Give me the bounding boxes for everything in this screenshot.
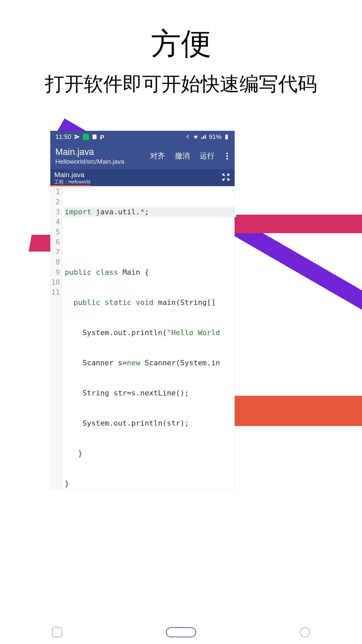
decorative-stripe (233, 215, 362, 233)
wifi-icon (193, 134, 199, 140)
toolbar-path: Helloworld/src/Main.java (55, 158, 150, 165)
battery-percent: 91% (209, 133, 222, 141)
tab-name: Main.java (54, 171, 221, 179)
app-toolbar: Main.java Helloworld/src/Main.java 对齐 撤消… (50, 143, 235, 169)
run-button[interactable]: 运行 (200, 151, 215, 161)
decorative-stripe (226, 396, 362, 426)
code-editor[interactable]: 1 2 3 4 5 6 7 8 9 10 11 import java.util… (50, 186, 235, 490)
tab-bar: Main.java 工程：Helloworld (50, 169, 235, 186)
signal-icon (201, 134, 207, 140)
battery-icon (224, 134, 230, 140)
nav-recent-icon[interactable] (52, 627, 62, 637)
p-icon: P (100, 134, 106, 140)
more-icon[interactable] (225, 153, 230, 160)
line-gutter: 1 2 3 4 5 6 7 8 9 10 11 (50, 186, 62, 490)
expand-icon[interactable] (221, 172, 231, 183)
system-nav (0, 624, 362, 641)
status-time: 11:50 (55, 133, 71, 141)
undo-button[interactable]: 撤消 (175, 151, 190, 161)
bluetooth-icon (185, 134, 191, 140)
status-bar: 11:50 P 91% (50, 131, 235, 143)
align-button[interactable]: 对齐 (150, 151, 165, 161)
camera-icon (83, 134, 89, 140)
send-icon (74, 134, 80, 140)
nav-back-icon[interactable] (300, 627, 310, 637)
doc-icon (92, 134, 98, 140)
tab-item[interactable]: Main.java 工程：Helloworld (54, 171, 221, 185)
tab-indicator (50, 185, 90, 186)
toolbar-title: Main.java (55, 147, 150, 157)
svg-rect-2 (226, 134, 227, 135)
promo-title: 方便 (0, 23, 362, 64)
svg-rect-1 (225, 135, 228, 140)
code-area[interactable]: import java.util.*; public class Main { … (62, 186, 235, 490)
phone-screenshot: 11:50 P 91% Main.java Helloworld/src/Mai… (50, 131, 235, 490)
svg-rect-0 (93, 135, 97, 139)
nav-home-icon[interactable] (166, 627, 196, 637)
promo-subtitle: 打开软件即可开始快速编写代码 (0, 71, 362, 97)
tab-project: 工程：Helloworld (54, 179, 221, 185)
